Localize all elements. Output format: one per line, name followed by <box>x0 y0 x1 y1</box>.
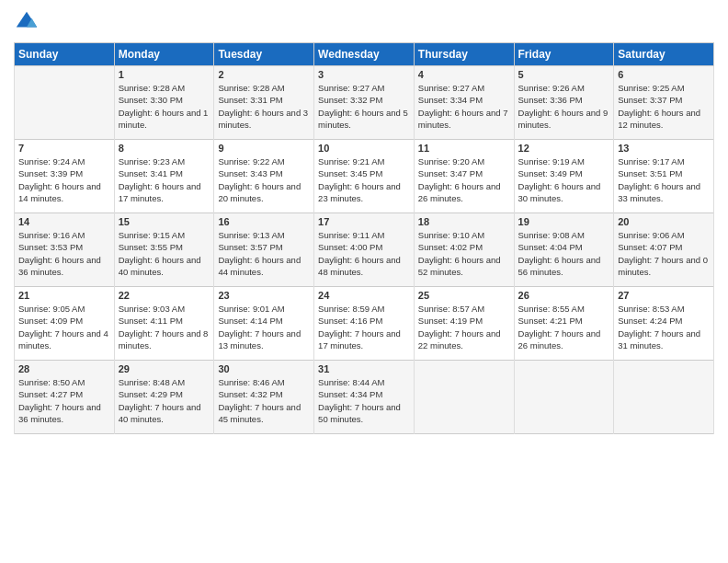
calendar-cell: 9Sunrise: 9:22 AMSunset: 3:43 PMDaylight… <box>214 140 314 213</box>
cell-details: Sunrise: 8:55 AMSunset: 4:21 PMDaylight:… <box>518 303 610 351</box>
calendar-cell: 5Sunrise: 9:26 AMSunset: 3:36 PMDaylight… <box>514 66 614 140</box>
day-number: 8 <box>119 143 210 154</box>
day-number: 25 <box>418 290 510 301</box>
day-number: 16 <box>218 216 310 227</box>
weekday-header: Sunday <box>15 43 115 66</box>
calendar-cell: 1Sunrise: 9:28 AMSunset: 3:30 PMDaylight… <box>114 66 214 140</box>
cell-details: Sunrise: 9:27 AMSunset: 3:32 PMDaylight:… <box>318 82 410 131</box>
calendar-cell <box>514 361 614 434</box>
day-number: 24 <box>318 290 410 301</box>
calendar-week-row: 1Sunrise: 9:28 AMSunset: 3:30 PMDaylight… <box>15 66 714 140</box>
calendar-cell <box>414 361 514 434</box>
calendar-header: SundayMondayTuesdayWednesdayThursdayFrid… <box>15 43 714 66</box>
weekday-header: Monday <box>114 43 214 66</box>
day-number: 29 <box>119 363 210 374</box>
day-number: 26 <box>518 290 610 301</box>
day-number: 6 <box>618 69 710 80</box>
cell-details: Sunrise: 9:16 AMSunset: 3:53 PMDaylight:… <box>18 229 110 278</box>
day-number: 17 <box>318 216 410 227</box>
cell-details: Sunrise: 8:48 AMSunset: 4:29 PMDaylight:… <box>119 376 210 425</box>
calendar-week-row: 28Sunrise: 8:50 AMSunset: 4:27 PMDayligh… <box>15 361 714 434</box>
day-number: 30 <box>218 363 310 374</box>
cell-details: Sunrise: 9:26 AMSunset: 3:36 PMDaylight:… <box>518 82 610 131</box>
calendar-cell <box>614 361 714 434</box>
day-number: 22 <box>119 290 210 301</box>
day-number: 14 <box>18 216 110 227</box>
calendar-cell: 11Sunrise: 9:20 AMSunset: 3:47 PMDayligh… <box>414 140 514 213</box>
day-number: 2 <box>218 69 310 80</box>
calendar-cell: 28Sunrise: 8:50 AMSunset: 4:27 PMDayligh… <box>15 361 115 434</box>
cell-details: Sunrise: 8:44 AMSunset: 4:34 PMDaylight:… <box>318 376 410 425</box>
day-number: 27 <box>618 290 710 301</box>
day-number: 7 <box>18 143 110 154</box>
cell-details: Sunrise: 9:15 AMSunset: 3:55 PMDaylight:… <box>119 229 210 278</box>
cell-details: Sunrise: 8:57 AMSunset: 4:19 PMDaylight:… <box>418 303 510 351</box>
day-number: 5 <box>518 69 610 80</box>
calendar-cell: 19Sunrise: 9:08 AMSunset: 4:04 PMDayligh… <box>514 213 614 287</box>
cell-details: Sunrise: 9:20 AMSunset: 3:47 PMDaylight:… <box>418 155 510 204</box>
day-number: 31 <box>318 363 410 374</box>
calendar-cell: 17Sunrise: 9:11 AMSunset: 4:00 PMDayligh… <box>314 213 415 287</box>
cell-details: Sunrise: 9:05 AMSunset: 4:09 PMDaylight:… <box>18 303 110 351</box>
calendar-cell: 14Sunrise: 9:16 AMSunset: 3:53 PMDayligh… <box>15 213 115 287</box>
calendar-cell: 20Sunrise: 9:06 AMSunset: 4:07 PMDayligh… <box>614 213 714 287</box>
calendar-cell: 13Sunrise: 9:17 AMSunset: 3:51 PMDayligh… <box>614 140 714 213</box>
day-number: 3 <box>318 69 410 80</box>
day-number: 28 <box>18 363 110 374</box>
calendar-cell: 3Sunrise: 9:27 AMSunset: 3:32 PMDaylight… <box>314 66 415 140</box>
calendar-cell: 6Sunrise: 9:25 AMSunset: 3:37 PMDaylight… <box>614 66 714 140</box>
header <box>14 9 714 35</box>
cell-details: Sunrise: 8:50 AMSunset: 4:27 PMDaylight:… <box>18 376 110 425</box>
weekday-header: Tuesday <box>214 43 314 66</box>
cell-details: Sunrise: 9:08 AMSunset: 4:04 PMDaylight:… <box>518 229 610 278</box>
calendar-cell: 2Sunrise: 9:28 AMSunset: 3:31 PMDaylight… <box>214 66 314 140</box>
calendar-body: 1Sunrise: 9:28 AMSunset: 3:30 PMDaylight… <box>15 66 714 434</box>
cell-details: Sunrise: 9:25 AMSunset: 3:37 PMDaylight:… <box>618 82 710 131</box>
calendar-cell: 4Sunrise: 9:27 AMSunset: 3:34 PMDaylight… <box>414 66 514 140</box>
cell-details: Sunrise: 9:28 AMSunset: 3:30 PMDaylight:… <box>119 82 210 131</box>
cell-details: Sunrise: 8:46 AMSunset: 4:32 PMDaylight:… <box>218 376 310 425</box>
calendar-cell: 27Sunrise: 8:53 AMSunset: 4:24 PMDayligh… <box>614 287 714 361</box>
calendar-cell: 21Sunrise: 9:05 AMSunset: 4:09 PMDayligh… <box>15 287 115 361</box>
calendar-cell: 29Sunrise: 8:48 AMSunset: 4:29 PMDayligh… <box>114 361 214 434</box>
calendar-cell: 30Sunrise: 8:46 AMSunset: 4:32 PMDayligh… <box>214 361 314 434</box>
cell-details: Sunrise: 9:19 AMSunset: 3:49 PMDaylight:… <box>518 155 610 204</box>
cell-details: Sunrise: 9:11 AMSunset: 4:00 PMDaylight:… <box>318 229 410 278</box>
cell-details: Sunrise: 9:28 AMSunset: 3:31 PMDaylight:… <box>218 82 310 131</box>
day-number: 21 <box>18 290 110 301</box>
calendar-cell: 31Sunrise: 8:44 AMSunset: 4:34 PMDayligh… <box>314 361 415 434</box>
calendar-cell: 23Sunrise: 9:01 AMSunset: 4:14 PMDayligh… <box>214 287 314 361</box>
cell-details: Sunrise: 9:21 AMSunset: 3:45 PMDaylight:… <box>318 155 410 204</box>
weekday-header: Friday <box>514 43 614 66</box>
page: SundayMondayTuesdayWednesdayThursdayFrid… <box>0 0 728 563</box>
cell-details: Sunrise: 9:23 AMSunset: 3:41 PMDaylight:… <box>119 155 210 204</box>
cell-details: Sunrise: 9:17 AMSunset: 3:51 PMDaylight:… <box>618 155 710 204</box>
calendar-cell: 22Sunrise: 9:03 AMSunset: 4:11 PMDayligh… <box>114 287 214 361</box>
calendar-week-row: 7Sunrise: 9:24 AMSunset: 3:39 PMDaylight… <box>15 140 714 213</box>
calendar-cell: 10Sunrise: 9:21 AMSunset: 3:45 PMDayligh… <box>314 140 415 213</box>
cell-details: Sunrise: 9:27 AMSunset: 3:34 PMDaylight:… <box>418 82 510 131</box>
cell-details: Sunrise: 9:06 AMSunset: 4:07 PMDaylight:… <box>618 229 710 278</box>
calendar-cell: 24Sunrise: 8:59 AMSunset: 4:16 PMDayligh… <box>314 287 415 361</box>
cell-details: Sunrise: 8:53 AMSunset: 4:24 PMDaylight:… <box>618 303 710 351</box>
day-number: 9 <box>218 143 310 154</box>
day-number: 12 <box>518 143 610 154</box>
calendar-cell: 18Sunrise: 9:10 AMSunset: 4:02 PMDayligh… <box>414 213 514 287</box>
weekday-header: Thursday <box>414 43 514 66</box>
logo <box>14 9 43 35</box>
calendar-cell: 25Sunrise: 8:57 AMSunset: 4:19 PMDayligh… <box>414 287 514 361</box>
weekday-header: Wednesday <box>314 43 415 66</box>
calendar-week-row: 21Sunrise: 9:05 AMSunset: 4:09 PMDayligh… <box>15 287 714 361</box>
calendar-cell: 8Sunrise: 9:23 AMSunset: 3:41 PMDaylight… <box>114 140 214 213</box>
calendar-cell: 15Sunrise: 9:15 AMSunset: 3:55 PMDayligh… <box>114 213 214 287</box>
day-number: 20 <box>618 216 710 227</box>
cell-details: Sunrise: 9:24 AMSunset: 3:39 PMDaylight:… <box>18 155 110 204</box>
cell-details: Sunrise: 9:01 AMSunset: 4:14 PMDaylight:… <box>218 303 310 351</box>
day-number: 23 <box>218 290 310 301</box>
cell-details: Sunrise: 8:59 AMSunset: 4:16 PMDaylight:… <box>318 303 410 351</box>
calendar-cell: 16Sunrise: 9:13 AMSunset: 3:57 PMDayligh… <box>214 213 314 287</box>
cell-details: Sunrise: 9:10 AMSunset: 4:02 PMDaylight:… <box>418 229 510 278</box>
day-number: 15 <box>119 216 210 227</box>
calendar-cell: 26Sunrise: 8:55 AMSunset: 4:21 PMDayligh… <box>514 287 614 361</box>
calendar-cell: 7Sunrise: 9:24 AMSunset: 3:39 PMDaylight… <box>15 140 115 213</box>
